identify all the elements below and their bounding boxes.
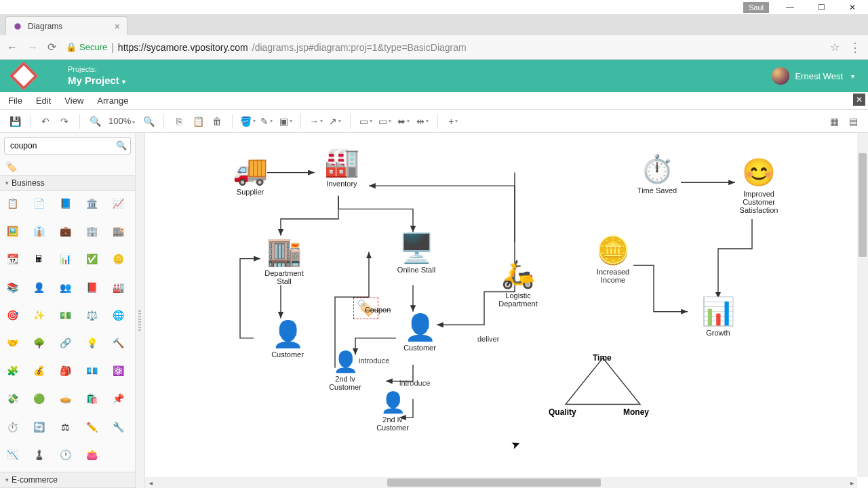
user-menu[interactable]: Ernest West ▾: [772, 67, 854, 85]
canvas-vertical-scrollbar[interactable]: [857, 133, 868, 477]
save-button[interactable]: 💾: [7, 113, 23, 129]
browser-tab[interactable]: Diagrams ×: [5, 16, 127, 35]
palette-shape[interactable]: 📕: [83, 279, 100, 296]
palette-shape[interactable]: 🟢: [31, 390, 47, 407]
waypoint-style-button[interactable]: ↗: [327, 113, 343, 129]
back-button[interactable]: ←: [7, 41, 18, 54]
node-department-stall[interactable]: 🏬 Department Stall: [250, 235, 318, 285]
palette-shape[interactable]: ⚛️: [110, 363, 126, 379]
browser-menu-icon[interactable]: ⋮: [849, 40, 861, 55]
palette-shape[interactable]: ♟️: [31, 447, 47, 463]
palette-shape[interactable]: 🎯: [4, 307, 20, 323]
scrollbar-thumb[interactable]: [859, 153, 867, 256]
palette-shape[interactable]: 📚: [4, 279, 20, 296]
palette-shape[interactable]: 📊: [57, 251, 73, 267]
line-color-button[interactable]: ✎: [258, 113, 275, 129]
shadow-button[interactable]: ▣: [277, 113, 294, 129]
palette-shape[interactable]: ✨: [31, 307, 47, 323]
node-logistic-department[interactable]: 🛵 Logistic Department: [484, 258, 552, 308]
palette-shape[interactable]: ✅: [83, 251, 100, 267]
window-maximize-button[interactable]: ☐: [806, 0, 837, 14]
node-growth[interactable]: 📊 Growth: [688, 296, 749, 337]
palette-shape[interactable]: ⏱️: [4, 419, 20, 435]
zoom-out-button[interactable]: 🔍: [87, 113, 103, 129]
format-panel-button[interactable]: ▦: [826, 113, 842, 129]
palette-shape[interactable]: ⚖️: [83, 307, 100, 323]
palette-shape[interactable]: 🏛️: [83, 195, 100, 211]
window-close-button[interactable]: ✕: [837, 0, 868, 14]
palette-shape[interactable]: 🥧: [57, 390, 73, 407]
shape-search-input[interactable]: [4, 137, 131, 155]
delete-button[interactable]: 🗑: [209, 113, 225, 129]
connector-style-button[interactable]: →: [308, 113, 324, 129]
palette-shape[interactable]: 👤: [31, 279, 47, 296]
tab-close-icon[interactable]: ×: [115, 21, 120, 32]
search-result-row[interactable]: 🏷️: [0, 159, 135, 175]
node-increased-income[interactable]: 🪙 Increased Income: [579, 235, 647, 284]
palette-shape[interactable]: 📄: [31, 195, 47, 211]
node-improved-satisfaction[interactable]: 😊 Improved Customer Satisfaction: [725, 157, 793, 214]
bookmark-star-icon[interactable]: ☆: [830, 41, 840, 54]
menu-arrange[interactable]: Arrange: [97, 96, 128, 106]
palette-shape[interactable]: 📋: [4, 195, 20, 211]
search-icon[interactable]: 🔍: [116, 140, 127, 150]
canvas-horizontal-scrollbar[interactable]: ◂ ▸: [145, 477, 857, 488]
category-ecommerce[interactable]: E-commerce: [0, 472, 135, 488]
outline-panel-button[interactable]: ▤: [845, 113, 861, 129]
undo-button[interactable]: ↶: [37, 113, 54, 129]
palette-shape[interactable]: 🏭: [110, 279, 126, 296]
node-time-saved[interactable]: ⏱️ Time Saved: [627, 153, 688, 195]
palette-shape[interactable]: ⚖: [57, 419, 73, 435]
scrollbar-thumb[interactable]: [387, 479, 601, 487]
palette-shape[interactable]: 💰: [31, 363, 47, 379]
node-2nd-customer-2[interactable]: 👤 2nd lv Customer: [366, 390, 420, 432]
palette-shape[interactable]: 🛍️: [83, 390, 100, 407]
node-customer-1[interactable]: 👤 Customer: [260, 319, 315, 359]
align-button[interactable]: ⬌: [395, 113, 412, 129]
app-logo-icon[interactable]: [9, 62, 38, 90]
palette-shape[interactable]: 🕐: [57, 447, 73, 463]
palette-shape[interactable]: 👥: [57, 279, 73, 296]
palette-shape[interactable]: 🔗: [57, 335, 73, 351]
palette-shape[interactable]: 🔨: [110, 335, 126, 351]
project-switcher[interactable]: Projects: My Project▾: [68, 65, 125, 86]
palette-shape[interactable]: 💡: [83, 335, 100, 351]
distribute-button[interactable]: ⇹: [414, 113, 431, 129]
url-input[interactable]: 🔒 Secure | https://sycamore.vpository.co…: [66, 42, 821, 53]
palette-shape[interactable]: 🏢: [83, 223, 100, 239]
node-customer-2[interactable]: 👤 Customer: [393, 312, 447, 352]
to-back-button[interactable]: ▭: [376, 113, 393, 129]
palette-shape[interactable]: ✏️: [83, 419, 100, 435]
fill-color-button[interactable]: 🪣: [239, 113, 256, 129]
palette-shape[interactable]: 💶: [83, 363, 100, 379]
sidebar-resize-handle[interactable]: [136, 133, 145, 488]
node-inventory[interactable]: 🏭 Inventory: [311, 145, 372, 188]
palette-shape[interactable]: 👛: [83, 447, 100, 463]
node-coupon[interactable]: 🏷️ Coupon: [342, 298, 389, 329]
to-front-button[interactable]: ▭: [357, 113, 374, 129]
menu-edit[interactable]: Edit: [36, 96, 51, 106]
palette-shape[interactable]: 🌳: [31, 335, 47, 351]
close-panel-button[interactable]: ✕: [853, 94, 865, 106]
node-online-stall[interactable]: 🖥️ Online Stall: [382, 231, 450, 274]
forward-button[interactable]: →: [27, 41, 38, 54]
menu-view[interactable]: View: [64, 96, 83, 106]
redo-button[interactable]: ↷: [56, 113, 73, 129]
palette-shape[interactable]: 🪙: [110, 251, 126, 267]
window-minimize-button[interactable]: —: [774, 0, 806, 14]
zoom-in-button[interactable]: 🔍: [140, 113, 157, 129]
category-business[interactable]: Business: [0, 175, 135, 191]
palette-shape[interactable]: 🏬: [110, 223, 126, 239]
palette-shape[interactable]: 🤝: [4, 335, 20, 351]
palette-shape[interactable]: 💼: [57, 223, 73, 239]
node-supplier[interactable]: 🚚 Supplier: [220, 153, 281, 196]
reload-button[interactable]: ⟳: [47, 41, 56, 54]
palette-shape[interactable]: 🖼️: [4, 223, 20, 239]
menu-file[interactable]: File: [8, 96, 22, 106]
insert-button[interactable]: +: [445, 113, 461, 129]
palette-shape[interactable]: 💵: [57, 307, 73, 323]
palette-shape[interactable]: 📉: [4, 447, 20, 463]
palette-shape[interactable]: 🖩: [31, 251, 47, 267]
palette-shape[interactable]: 👔: [31, 223, 47, 239]
paste-button[interactable]: 📋: [190, 113, 206, 129]
